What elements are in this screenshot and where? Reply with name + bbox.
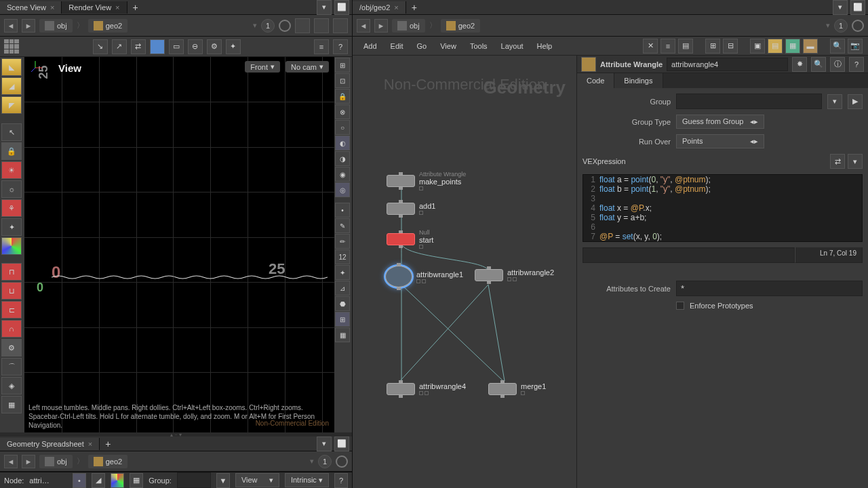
box-icon[interactable]: ▬ <box>803 39 818 54</box>
verts-icon[interactable]: ◢ <box>92 473 105 488</box>
path-pin[interactable]: 1 <box>318 455 332 468</box>
close-icon[interactable]: × <box>394 3 398 12</box>
path-root[interactable]: obj <box>39 19 73 33</box>
tool-icon[interactable]: ⊓ <box>1 263 22 281</box>
tool-icon[interactable]: ∩ <box>1 320 22 338</box>
tool-icon[interactable]: ○ <box>335 120 350 135</box>
tool-icon[interactable]: ▭ <box>169 39 184 54</box>
tool-icon[interactable]: ⌒ <box>1 358 22 375</box>
group-input[interactable] <box>676 94 822 109</box>
tab-code[interactable]: Code <box>577 73 614 88</box>
tool-icon[interactable]: ↗ <box>112 39 127 54</box>
node-name-input[interactable]: attribwrangle4 <box>667 58 788 71</box>
intrinsic-select[interactable]: Intrinsic▾ <box>285 473 329 487</box>
node-make-points[interactable]: Attribute Wranglemake_points <box>387 171 466 190</box>
tool-icon[interactable]: • <box>335 203 350 218</box>
forward-button[interactable]: ► <box>22 455 35 468</box>
menu-layout[interactable]: Layout <box>496 39 529 53</box>
view-front-dropdown[interactable]: Front▾ <box>245 61 280 73</box>
tool-icon[interactable]: ⚙ <box>207 39 222 54</box>
axis-gizmo-icon[interactable] <box>27 60 43 76</box>
path-root[interactable]: obj <box>39 455 73 468</box>
ring-icon[interactable] <box>336 455 348 468</box>
close-icon[interactable]: × <box>88 440 92 448</box>
box-icon[interactable] <box>295 18 310 33</box>
tab-bindings[interactable]: Bindings <box>614 73 663 88</box>
wrench-icon[interactable]: ✕ <box>643 39 658 54</box>
maximize-icon[interactable]: ⬜ <box>334 0 349 15</box>
tool-icon[interactable] <box>1 237 22 255</box>
ring-icon[interactable] <box>279 20 291 32</box>
points-icon[interactable]: • <box>73 473 86 488</box>
menu-go[interactable]: Go <box>412 39 433 53</box>
help-icon[interactable]: ? <box>849 57 864 72</box>
maximize-icon[interactable]: ⬜ <box>850 0 865 15</box>
lock-icon[interactable]: 🔒 <box>1 142 22 160</box>
help-icon[interactable]: ? <box>333 39 348 54</box>
path-pin[interactable]: 1 <box>834 19 848 33</box>
tool-icon[interactable]: ▦ <box>1 396 22 413</box>
add-tab-button[interactable]: + <box>406 2 422 13</box>
tab-geometry-spreadsheet[interactable]: Geometry Spreadsheet× <box>0 438 100 450</box>
tool-icon[interactable]: ≡ <box>314 39 329 54</box>
tool-icon[interactable]: ☼ <box>1 180 22 198</box>
menu-edit[interactable]: Edit <box>385 39 409 53</box>
menu-help[interactable]: Help <box>532 39 558 53</box>
lock-icon[interactable]: 🔒 <box>335 89 350 104</box>
node-attribwrangle4[interactable]: attribwrangle4 <box>387 382 466 395</box>
back-button[interactable]: ◄ <box>357 19 370 33</box>
tool-icon[interactable]: ⊿ <box>335 281 350 296</box>
gear-icon[interactable]: ✸ <box>792 57 807 72</box>
tool-icon[interactable]: ◐ <box>335 136 350 150</box>
tool-icon[interactable]: ↘ <box>93 39 108 54</box>
tab-scene-view[interactable]: Scene View× <box>0 1 62 14</box>
dropdown-icon[interactable]: ▾ <box>827 94 842 109</box>
tool-icon[interactable]: ⊗ <box>335 104 350 119</box>
tool-icon[interactable]: ◎ <box>335 182 350 197</box>
tool-icon[interactable]: ✦ <box>226 39 241 54</box>
tool-icon[interactable]: ⇄ <box>830 154 845 169</box>
node-attribwrangle2[interactable]: attribwrangle2 <box>475 268 554 281</box>
run-over-select[interactable]: Points◂▸ <box>676 134 764 148</box>
path-pin[interactable]: 1 <box>261 19 275 33</box>
tool-icon[interactable]: ◤ <box>1 96 22 114</box>
tool-icon[interactable]: ◈ <box>1 377 22 394</box>
gear-icon[interactable]: ⚙ <box>1 339 22 357</box>
image-icon[interactable]: ▦ <box>785 39 800 54</box>
tool-icon[interactable]: ⇄ <box>131 39 146 54</box>
tool-icon[interactable] <box>150 39 165 54</box>
tool-icon[interactable]: ▦ <box>335 327 350 342</box>
camera-icon[interactable]: 📷 <box>848 39 863 54</box>
network-editor[interactable]: Non-Commercial Edition Geometry Attribut… <box>353 56 576 488</box>
grid-icon[interactable]: ⊟ <box>723 39 738 54</box>
note-icon[interactable]: ▤ <box>768 39 783 54</box>
add-tab-button[interactable]: + <box>100 439 116 449</box>
group-type-select[interactable]: Guess from Group◂▸ <box>676 115 764 129</box>
tool-icon[interactable]: ✦ <box>335 265 350 280</box>
tool-icon[interactable]: ⊞ <box>335 58 350 73</box>
list-icon[interactable]: ≡ <box>660 39 675 54</box>
tool-icon[interactable]: ▣ <box>750 39 765 54</box>
node-add1[interactable]: add1 <box>387 202 435 215</box>
vex-status-input[interactable] <box>583 247 795 263</box>
forward-button[interactable]: ► <box>374 19 388 33</box>
tool-icon[interactable]: ✎ <box>335 218 350 233</box>
enforce-checkbox[interactable] <box>676 302 684 310</box>
view-cam-dropdown[interactable]: No cam▾ <box>285 61 329 73</box>
attrs-create-input[interactable] <box>676 281 863 296</box>
tool-icon[interactable]: ☀ <box>1 161 22 179</box>
forward-button[interactable]: ► <box>22 19 35 33</box>
tool-icon[interactable]: ✏ <box>335 234 350 249</box>
select-icon[interactable]: ▶ <box>848 94 863 109</box>
tool-icon[interactable]: ⊏ <box>1 301 22 319</box>
prims-icon[interactable] <box>111 473 124 488</box>
close-icon[interactable]: × <box>50 3 54 12</box>
view-select[interactable]: View▾ <box>235 473 279 487</box>
search-icon[interactable]: 🔍 <box>830 39 845 54</box>
tool-icon[interactable]: ⚘ <box>1 199 22 217</box>
grid-icon[interactable]: ⊞ <box>705 39 720 54</box>
box-icon[interactable] <box>314 18 329 33</box>
tool-icon[interactable]: ⊡ <box>335 73 350 88</box>
path-current[interactable]: geo2 <box>88 455 127 468</box>
back-button[interactable]: ◄ <box>4 19 18 33</box>
